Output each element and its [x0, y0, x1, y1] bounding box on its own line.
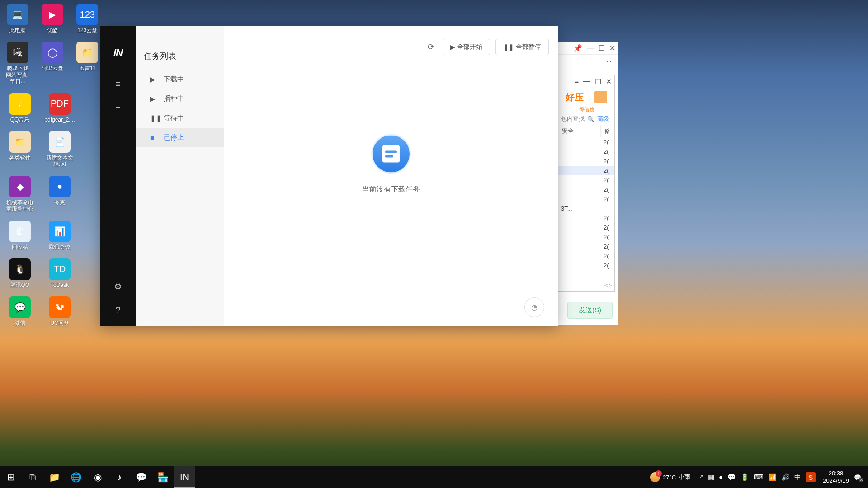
tray-icon[interactable]: 🔊: [781, 473, 790, 481]
category-glyph-icon: ❚❚: [150, 114, 156, 122]
minimize-button[interactable]: —: [587, 44, 594, 52]
desktop-icon[interactable]: PDFpdfgear_2....: [45, 93, 74, 123]
app-icon: ●: [49, 176, 71, 197]
archive-row[interactable]: 2(: [558, 213, 614, 223]
tray-icon[interactable]: ●: [719, 473, 723, 481]
archive-row[interactable]: 2(: [558, 137, 614, 147]
archive-row[interactable]: 2(: [558, 175, 614, 185]
tray-icon[interactable]: 💬: [727, 473, 736, 481]
maximize-button[interactable]: ☐: [595, 77, 601, 86]
tray-chevron-icon[interactable]: ^: [700, 474, 703, 481]
desktop-icon[interactable]: ◆机械革命电竞服务中心: [5, 176, 34, 212]
ime-lang[interactable]: 中: [794, 473, 801, 482]
advanced-link[interactable]: 高级: [597, 115, 609, 123]
archive-row[interactable]: 3T...: [558, 204, 614, 213]
archive-row[interactable]: 2(: [558, 194, 614, 204]
icon-label: 阿里云盘: [42, 65, 63, 71]
archive-row[interactable]: 2(: [558, 156, 614, 166]
archive-row[interactable]: 2(: [558, 147, 614, 156]
icon-label: 优酷: [47, 27, 58, 33]
scroll-right[interactable]: >: [609, 282, 612, 289]
col-security[interactable]: 安全: [558, 125, 601, 137]
archive-row[interactable]: 2(: [558, 185, 614, 194]
icon-label: 各类软件: [9, 155, 31, 161]
icon-label: 此电脑: [9, 27, 26, 33]
scroll-left[interactable]: <: [604, 282, 608, 289]
ime-icon[interactable]: S: [806, 472, 816, 482]
weather-widget[interactable]: 1 27°C 小雨: [650, 472, 690, 482]
desktop-icon[interactable]: 123123云盘: [75, 4, 99, 33]
refresh-button[interactable]: ⟳: [425, 41, 437, 53]
desktop-icon[interactable]: ●夸克: [45, 176, 74, 212]
desktop-icon[interactable]: TDToDesk: [45, 258, 74, 288]
search-placeholder[interactable]: 包内查找: [561, 115, 585, 123]
category-glyph-icon: ■: [150, 134, 156, 141]
col-mod[interactable]: 修: [601, 125, 614, 137]
taskbar-motrix[interactable]: IN: [174, 466, 195, 488]
clock-date: 2024/9/19: [823, 477, 849, 484]
pause-all-button[interactable]: ❚❚ 全部暂停: [495, 39, 549, 55]
notifications-button[interactable]: 💬 8: [852, 471, 863, 483]
add-task-icon[interactable]: +: [110, 99, 126, 116]
tray-icon[interactable]: 📶: [768, 473, 777, 481]
archive-row[interactable]: 2(: [558, 251, 614, 261]
taskbar-start[interactable]: ⊞: [0, 466, 22, 488]
taskbar-edge[interactable]: ◉: [87, 466, 108, 488]
category-downloading[interactable]: ▶下载中: [136, 70, 224, 89]
category-waiting[interactable]: ❚❚等待中: [136, 108, 224, 128]
taskbar-app1[interactable]: 🏪: [152, 466, 174, 488]
desktop-icon[interactable]: 📁各类软件: [5, 131, 34, 168]
maximize-button[interactable]: ☐: [599, 44, 605, 52]
archive-row[interactable]: 2(: [558, 232, 614, 242]
settings-icon[interactable]: ⚙: [110, 278, 126, 295]
menu-icon[interactable]: ≡: [575, 77, 579, 86]
desktop-icon[interactable]: ▶优酷: [40, 4, 64, 33]
category-glyph-icon: ▶: [150, 75, 156, 84]
desktop-icon[interactable]: 🗑回收站: [5, 221, 34, 250]
desktop-icon[interactable]: 📁迅雷11: [75, 42, 99, 84]
desktop-icon[interactable]: 曦爬取下载网站写真-节日...: [5, 42, 29, 84]
send-button[interactable]: 发送(S): [567, 302, 613, 319]
category-stopped[interactable]: ■已停止: [136, 128, 224, 147]
start-all-button[interactable]: ▶ 全部开始: [443, 39, 490, 55]
desktop-icon[interactable]: ◯阿里云盘: [40, 42, 64, 84]
help-icon[interactable]: ?: [110, 302, 126, 318]
desktop-icon[interactable]: 🐧腾讯QQ: [5, 258, 34, 288]
desktop-icon[interactable]: ♪QQ音乐: [5, 93, 34, 123]
desktop-icon[interactable]: 💬微信: [5, 296, 34, 326]
icon-label: 微信: [14, 320, 25, 326]
pin-icon[interactable]: 📌: [573, 44, 582, 52]
close-button[interactable]: ✕: [606, 77, 612, 86]
close-button[interactable]: ✕: [609, 44, 615, 52]
play-icon: ▶: [450, 43, 455, 51]
desktop-icon[interactable]: 📊腾讯会议: [45, 221, 74, 250]
archive-row[interactable]: 2(: [558, 261, 614, 270]
tray-icon[interactable]: ▦: [708, 473, 714, 481]
desktop-icon[interactable]: 📄新建文本文档.txt: [45, 131, 74, 168]
taskbar-wechat[interactable]: 💬: [130, 466, 152, 488]
archive-row[interactable]: 2(: [558, 166, 614, 175]
tasklist-icon[interactable]: ≡: [110, 76, 126, 92]
search-icon[interactable]: 🔍: [587, 116, 594, 122]
taskbar-browser[interactable]: 🌐: [65, 466, 87, 488]
minimize-button[interactable]: —: [583, 77, 590, 86]
app-icon: 🐿: [49, 296, 71, 318]
task-category-list: 任务列表 ▶下载中▶播种中❚❚等待中■已停止: [136, 26, 224, 326]
category-seeding[interactable]: ▶播种中: [136, 89, 224, 108]
taskbar-qqmusic[interactable]: ♪: [108, 466, 130, 488]
archive-row[interactable]: 2(: [558, 242, 614, 251]
clock[interactable]: 20:38 2024/9/19: [823, 470, 849, 484]
more-icon[interactable]: ⋯: [606, 56, 614, 66]
category-glyph-icon: ▶: [150, 95, 156, 103]
desktop-icon[interactable]: 💻此电脑: [5, 4, 29, 33]
category-label: 等待中: [164, 114, 184, 122]
tray-icon[interactable]: 🔋: [741, 473, 749, 481]
desktop-icon[interactable]: 🐿UC网盘: [45, 296, 74, 326]
app-icon: 📁: [9, 131, 31, 153]
speed-gauge-button[interactable]: ◔: [524, 297, 544, 317]
taskbar-explorer[interactable]: 📁: [43, 466, 65, 488]
taskbar-taskview[interactable]: ⧉: [22, 466, 43, 488]
start-all-label: 全部开始: [457, 43, 482, 51]
tray-icon[interactable]: ⌨: [754, 473, 764, 481]
archive-row[interactable]: 2(: [558, 223, 614, 232]
